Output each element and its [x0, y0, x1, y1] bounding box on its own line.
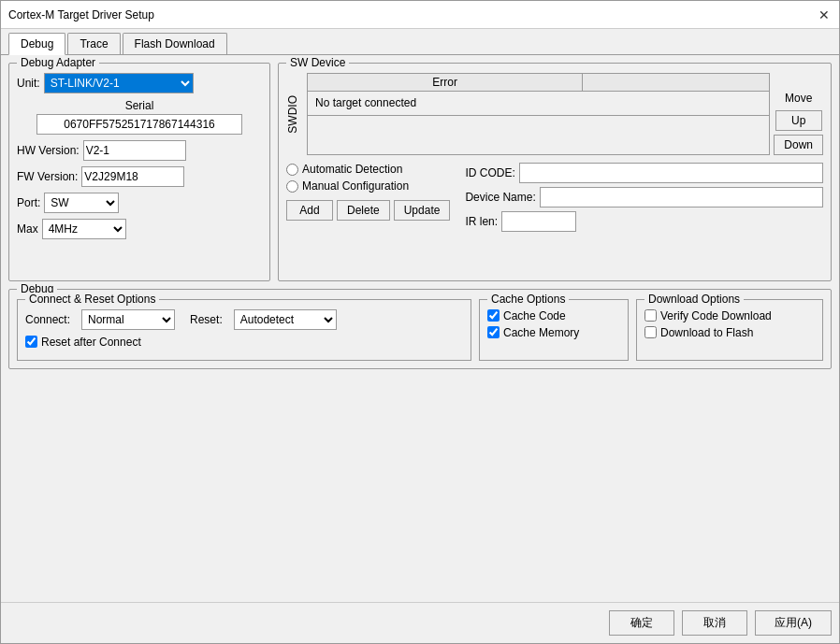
sw-table-col-empty	[583, 74, 770, 92]
update-button[interactable]: Update	[394, 200, 451, 221]
device-name-label: Device Name:	[465, 191, 535, 204]
tab-flash-download[interactable]: Flash Download	[123, 33, 227, 54]
connect-row: Connect: Normal with Pre-reset Under Res…	[25, 309, 463, 330]
main-content: Debug Adapter Unit: ST-LINK/V2-1 Serial …	[1, 55, 839, 602]
connect-reset-group: Connect & Reset Options Connect: Normal …	[17, 299, 471, 361]
debug-adapter-group: Debug Adapter Unit: ST-LINK/V2-1 Serial …	[8, 63, 270, 281]
bottom-bar: 确定 取消 应用(A)	[1, 602, 839, 643]
port-row: Port: SW JTAG	[17, 193, 262, 213]
download-to-flash-checkbox[interactable]	[644, 326, 657, 338]
tab-trace[interactable]: Trace	[67, 33, 120, 54]
download-to-flash-row: Download to Flash	[644, 326, 815, 339]
move-up-button[interactable]: Up	[775, 110, 822, 131]
move-down-button[interactable]: Down	[774, 135, 823, 155]
max-row: Max 1MHz 2MHz 4MHz 8MHz 10MHz	[17, 219, 262, 239]
download-options-group: Download Options Verify Code Download Do…	[636, 299, 823, 361]
move-label: Move	[785, 92, 812, 105]
window-title: Cortex-M Target Driver Setup	[8, 8, 154, 21]
sw-table-area: SWDIO Error No target connected	[286, 73, 823, 155]
reset-after-connect-row: Reset after Connect	[25, 336, 463, 349]
device-name-input[interactable]	[540, 187, 823, 208]
hw-version-label: HW Version:	[17, 144, 80, 157]
port-select[interactable]: SW JTAG	[44, 193, 119, 213]
delete-button[interactable]: Delete	[337, 200, 390, 221]
spacer	[8, 377, 832, 595]
cache-code-row: Cache Code	[487, 309, 620, 322]
cache-options-title: Cache Options	[487, 293, 569, 306]
download-to-flash-label: Download to Flash	[660, 326, 753, 339]
unit-row: Unit: ST-LINK/V2-1	[17, 73, 262, 93]
manual-config-radio[interactable]	[286, 180, 298, 193]
cache-code-label: Cache Code	[503, 309, 566, 322]
auto-detection-row: Automatic Detection	[286, 163, 450, 176]
sw-device-title: SW Device	[286, 56, 349, 69]
cancel-button[interactable]: 取消	[682, 610, 747, 636]
connect-label: Connect:	[25, 313, 70, 326]
cache-memory-checkbox[interactable]	[487, 326, 500, 338]
close-button[interactable]: ✕	[817, 7, 832, 22]
verify-code-row: Verify Code Download	[644, 309, 815, 322]
sw-table-row: No target connected	[308, 92, 770, 116]
verify-code-checkbox[interactable]	[644, 309, 657, 322]
main-window: Cortex-M Target Driver Setup ✕ Debug Tra…	[0, 0, 840, 644]
hw-version-input	[83, 140, 186, 161]
port-label: Port:	[17, 196, 40, 209]
serial-label: Serial	[17, 99, 262, 112]
add-button[interactable]: Add	[286, 200, 333, 221]
id-code-input[interactable]	[519, 163, 823, 183]
swdio-label: SWDIO	[286, 95, 299, 134]
serial-section: Serial	[17, 99, 262, 135]
ir-len-label: IR len:	[465, 215, 498, 228]
verify-code-label: Verify Code Download	[660, 309, 772, 322]
reset-after-connect-checkbox[interactable]	[25, 336, 37, 348]
reset-after-connect-label: Reset after Connect	[41, 336, 141, 349]
cache-memory-label: Cache Memory	[503, 326, 579, 339]
title-bar: Cortex-M Target Driver Setup ✕	[1, 1, 839, 29]
sw-table-cell-error: No target connected	[308, 92, 770, 116]
move-buttons: Move Up Down	[774, 73, 823, 155]
debug-adapter-title: Debug Adapter	[17, 56, 99, 69]
connect-select[interactable]: Normal with Pre-reset Under Reset Connec…	[81, 309, 175, 330]
debug-section-group: Debug Connect & Reset Options Connect: N…	[8, 289, 832, 369]
cache-memory-row: Cache Memory	[487, 326, 620, 339]
ir-len-input[interactable]	[501, 211, 576, 232]
unit-select[interactable]: ST-LINK/V2-1	[44, 73, 194, 93]
auto-detection-radio[interactable]	[286, 164, 298, 176]
sw-table: Error No target connected	[307, 73, 770, 155]
sw-actions: Add Delete Update	[286, 200, 450, 221]
tab-bar: Debug Trace Flash Download	[1, 29, 839, 55]
top-section: Debug Adapter Unit: ST-LINK/V2-1 Serial …	[8, 63, 832, 281]
sw-device-group: SW Device SWDIO Error	[278, 63, 832, 281]
fw-version-label: FW Version:	[17, 170, 78, 183]
ok-button[interactable]: 确定	[609, 610, 674, 636]
apply-button[interactable]: 应用(A)	[755, 610, 832, 636]
hw-version-row: HW Version:	[17, 140, 262, 161]
max-select[interactable]: 1MHz 2MHz 4MHz 8MHz 10MHz	[42, 219, 126, 239]
manual-config-label: Manual Configuration	[302, 179, 409, 193]
connect-reset-title: Connect & Reset Options	[25, 293, 159, 306]
fw-version-row: FW Version:	[17, 166, 262, 187]
fw-version-input	[81, 166, 184, 187]
auto-detection-label: Automatic Detection	[302, 163, 402, 176]
id-code-label: ID CODE:	[465, 166, 514, 179]
cache-code-checkbox[interactable]	[487, 309, 500, 322]
max-label: Max	[17, 222, 38, 236]
sw-table-row-empty	[308, 115, 770, 155]
debug-inner: Connect & Reset Options Connect: Normal …	[17, 299, 823, 361]
download-options-title: Download Options	[644, 293, 744, 306]
reset-select[interactable]: Autodetect Software Hardware SYSRESETREQ	[234, 309, 337, 330]
serial-input	[36, 114, 242, 135]
tab-debug[interactable]: Debug	[8, 33, 65, 55]
reset-label: Reset:	[190, 313, 223, 326]
manual-config-row: Manual Configuration	[286, 179, 450, 193]
unit-label: Unit:	[17, 77, 40, 90]
sw-table-col-error: Error	[308, 74, 583, 92]
cache-options-group: Cache Options Cache Code Cache Memory	[479, 299, 629, 361]
